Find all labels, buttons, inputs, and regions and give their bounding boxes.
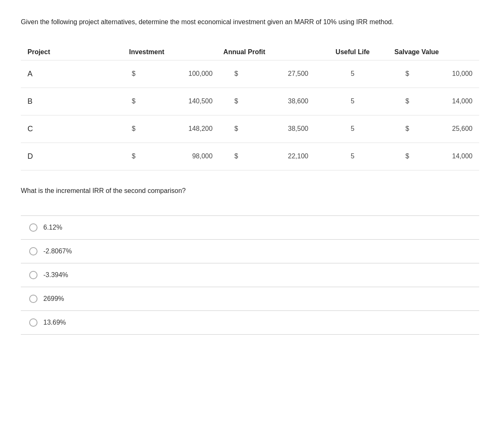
option-row-1[interactable]: 6.12% [21, 216, 479, 240]
salvage-dollar: $ [390, 115, 411, 143]
header-salvage-value: Salvage Value [390, 44, 479, 60]
header-annual-profit: Annual Profit [219, 44, 315, 60]
option-row-2[interactable]: -2.8067% [21, 240, 479, 263]
radio-opt5[interactable] [29, 318, 38, 327]
options-section: 6.12% -2.8067% -3.394% 2699% 13.69% [21, 215, 479, 335]
salvage-value-amount: 14,000 [411, 143, 479, 170]
option-row-3[interactable]: -3.394% [21, 263, 479, 287]
option-label-opt4: 2699% [43, 295, 64, 303]
investment-dollar: $ [117, 60, 137, 88]
investment-dollar: $ [117, 143, 137, 170]
option-label-opt5: 13.69% [43, 319, 66, 326]
radio-opt1[interactable] [29, 223, 38, 232]
investment-amount: 148,200 [137, 115, 219, 143]
intro-text: Given the following project alternatives… [21, 17, 396, 28]
useful-life-value: 5 [315, 115, 390, 143]
investment-amount: 140,500 [137, 88, 219, 115]
investment-dollar: $ [117, 88, 137, 115]
investment-amount: 100,000 [137, 60, 219, 88]
salvage-dollar: $ [390, 88, 411, 115]
annual-profit-amount: 38,500 [240, 115, 315, 143]
salvage-dollar: $ [390, 60, 411, 88]
table-row: A $ 100,000 $ 27,500 5 $ 10,000 [21, 60, 479, 88]
option-label-opt1: 6.12% [43, 224, 62, 231]
annual-profit-dollar: $ [219, 88, 240, 115]
project-label: C [21, 115, 117, 143]
salvage-value-amount: 14,000 [411, 88, 479, 115]
radio-opt4[interactable] [29, 295, 38, 303]
salvage-value-amount: 25,600 [411, 115, 479, 143]
annual-profit-dollar: $ [219, 143, 240, 170]
header-project: Project [21, 44, 117, 60]
header-useful-life: Useful Life [315, 44, 390, 60]
project-label: D [21, 143, 117, 170]
annual-profit-dollar: $ [219, 60, 240, 88]
salvage-value-amount: 10,000 [411, 60, 479, 88]
option-label-opt2: -2.8067% [43, 248, 72, 255]
annual-profit-dollar: $ [219, 115, 240, 143]
annual-profit-amount: 22,100 [240, 143, 315, 170]
annual-profit-amount: 38,600 [240, 88, 315, 115]
table-row: B $ 140,500 $ 38,600 5 $ 14,000 [21, 88, 479, 115]
radio-opt2[interactable] [29, 247, 38, 255]
annual-profit-amount: 27,500 [240, 60, 315, 88]
option-row-5[interactable]: 13.69% [21, 311, 479, 335]
header-investment: Investment [117, 44, 219, 60]
salvage-dollar: $ [390, 143, 411, 170]
investment-amount: 98,000 [137, 143, 219, 170]
investment-dollar: $ [117, 115, 137, 143]
project-table: Project Investment Annual Profit Useful … [21, 44, 479, 170]
table-section: Project Investment Annual Profit Useful … [21, 44, 479, 170]
option-row-4[interactable]: 2699% [21, 287, 479, 311]
useful-life-value: 5 [315, 143, 390, 170]
project-label: A [21, 60, 117, 88]
radio-opt3[interactable] [29, 271, 38, 279]
table-row: C $ 148,200 $ 38,500 5 $ 25,600 [21, 115, 479, 143]
useful-life-value: 5 [315, 88, 390, 115]
question-text: What is the incremental IRR of the secon… [21, 187, 479, 195]
project-label: B [21, 88, 117, 115]
table-row: D $ 98,000 $ 22,100 5 $ 14,000 [21, 143, 479, 170]
option-label-opt3: -3.394% [43, 271, 68, 279]
useful-life-value: 5 [315, 60, 390, 88]
